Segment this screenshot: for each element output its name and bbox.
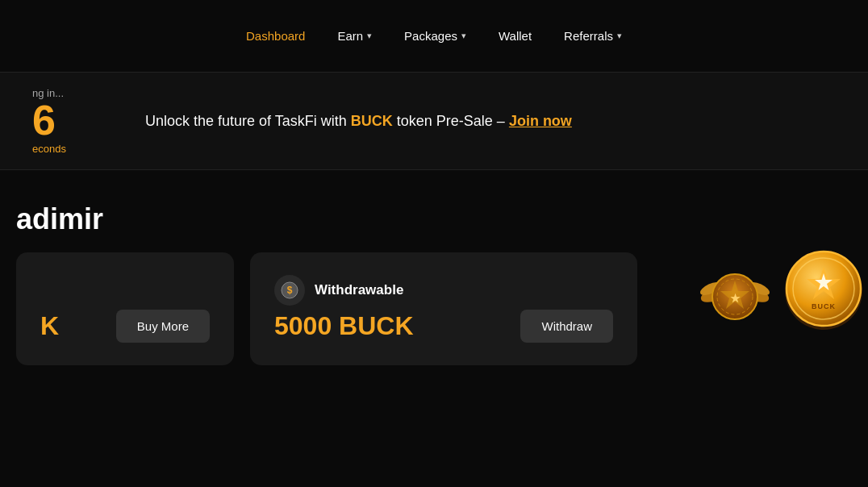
withdraw-button[interactable]: Withdraw <box>520 310 613 343</box>
coin-svg: BUCK <box>779 244 868 333</box>
join-now-link[interactable]: Join now <box>509 113 572 129</box>
main-content: adimir K Buy More $ Withdrawable <box>0 170 868 389</box>
chevron-down-icon: ▾ <box>617 31 622 41</box>
withdrawable-icon: $ <box>274 275 305 306</box>
coin-icon: $ <box>281 281 298 299</box>
buy-more-button[interactable]: Buy More <box>116 310 210 343</box>
nav-item-packages[interactable]: Packages ▾ <box>404 29 466 43</box>
nav-item-referrals[interactable]: Referrals ▾ <box>564 29 622 43</box>
withdrawable-card-footer: 5000 BUCK Withdraw <box>274 310 613 343</box>
nav-item-dashboard[interactable]: Dashboard <box>246 29 305 43</box>
withdrawable-value: 5000 BUCK <box>274 311 414 341</box>
balance-card: K Buy More <box>16 252 234 365</box>
nav-label-earn: Earn <box>337 29 363 43</box>
nav-label-referrals: Referrals <box>564 29 613 43</box>
svg-text:$: $ <box>287 285 293 296</box>
nav-item-earn[interactable]: Earn ▾ <box>337 29 372 43</box>
navbar: Dashboard Earn ▾ Packages ▾ Wallet Refer… <box>0 0 868 73</box>
banner-message: Unlock the future of TaskFi with BUCK to… <box>145 113 572 130</box>
svg-text:BUCK: BUCK <box>812 302 836 310</box>
balance-card-footer: K Buy More <box>40 310 210 343</box>
countdown-container: ng in... 6 econds <box>32 87 97 155</box>
nav-label-packages: Packages <box>404 29 457 43</box>
withdrawable-title: Withdrawable <box>315 282 403 298</box>
cards-row: K Buy More $ Withdrawable 5000 BUCK With… <box>0 252 868 365</box>
balance-value: K <box>40 311 59 341</box>
chevron-down-icon: ▾ <box>367 31 372 41</box>
decorations: ★ <box>699 244 868 333</box>
countdown-number: 6 <box>32 99 97 141</box>
withdrawable-card: $ Withdrawable 5000 BUCK Withdraw <box>250 252 637 365</box>
promo-banner: ng in... 6 econds Unlock the future of T… <box>0 73 868 170</box>
countdown-unit: econds <box>32 143 97 155</box>
chevron-down-icon: ▾ <box>461 31 466 41</box>
medal-svg: ★ <box>699 252 771 325</box>
nav-label-wallet: Wallet <box>499 29 532 43</box>
nav-item-wallet[interactable]: Wallet <box>499 29 532 43</box>
buck-token-label: BUCK <box>351 113 393 129</box>
nav-label-dashboard: Dashboard <box>246 29 305 43</box>
user-greeting: adimir <box>0 202 868 236</box>
banner-text-before: Unlock the future of TaskFi with <box>145 113 351 129</box>
banner-text-middle: token Pre-Sale – <box>393 113 509 129</box>
svg-text:★: ★ <box>730 292 741 305</box>
medal-decoration: ★ <box>699 252 771 325</box>
withdrawable-card-header: $ Withdrawable <box>274 275 613 306</box>
coin-decoration: BUCK <box>779 244 868 333</box>
